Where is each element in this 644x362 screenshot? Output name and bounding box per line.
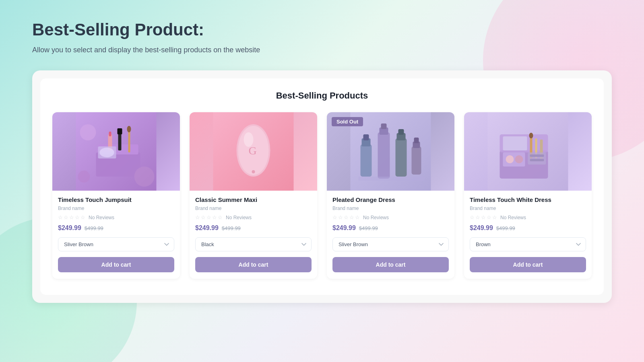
product-info-2: Classic Summer Maxi Brand name ☆ ☆ ☆ ☆ ☆…: [190, 191, 317, 279]
product-price-4: $249.99 $499.99: [470, 224, 586, 232]
svg-rect-29: [398, 129, 404, 135]
widget-container: Best-Selling Products: [32, 70, 612, 303]
star-2-1: ☆: [195, 214, 200, 220]
svg-rect-26: [381, 123, 387, 129]
sold-out-badge: Sold Out: [332, 117, 363, 126]
star-2-3: ☆: [206, 214, 211, 220]
variant-select-2[interactable]: Brown Sliver Black Sliver Brown: [195, 237, 312, 251]
widget-inner: Best-Selling Products: [40, 78, 604, 295]
star-4-5: ☆: [492, 214, 497, 220]
section-title: Best-Selling Products: [52, 90, 592, 101]
svg-point-13: [78, 171, 90, 183]
svg-rect-7: [128, 130, 130, 152]
svg-point-19: [252, 170, 255, 173]
star-3-3: ☆: [344, 214, 349, 220]
stars-2: ☆ ☆ ☆ ☆ ☆: [195, 214, 223, 220]
product-brand-3: Brand name: [332, 206, 449, 211]
product-price-1: $249.99 $499.99: [58, 224, 174, 232]
svg-rect-6: [118, 128, 122, 134]
svg-rect-33: [359, 177, 425, 181]
product-reviews-2: ☆ ☆ ☆ ☆ ☆ No Reviews: [195, 214, 312, 220]
review-text-4: No Reviews: [500, 215, 526, 220]
variant-select-1[interactable]: Brown Sliver Sliver Brown Black: [58, 237, 174, 251]
svg-rect-30: [412, 146, 421, 175]
price-original-1: $499.99: [85, 225, 103, 231]
product-card-1: Timeless Touch Jumpsuit Brand name ☆ ☆ ☆…: [52, 112, 180, 279]
svg-point-10: [100, 148, 114, 157]
product-reviews-3: ☆ ☆ ☆ ☆ ☆ No Reviews: [332, 214, 449, 220]
svg-rect-45: [528, 152, 546, 165]
svg-rect-4: [109, 132, 111, 136]
product-image-2: G: [190, 112, 317, 191]
product-name-2: Classic Summer Maxi: [195, 196, 312, 203]
star-3-5: ☆: [355, 214, 360, 220]
price-current-2: $249.99: [195, 224, 219, 232]
price-original-4: $499.99: [496, 225, 515, 231]
page-content: Best-Selling Product: Allow you to selec…: [0, 0, 644, 315]
product-name-1: Timeless Touch Jumpsuit: [58, 196, 174, 203]
review-text-1: No Reviews: [89, 215, 114, 220]
stars-4: ☆ ☆ ☆ ☆ ☆: [470, 214, 497, 220]
star-1-4: ☆: [75, 214, 80, 220]
add-to-cart-button-3[interactable]: Add to cart: [332, 257, 449, 272]
product-price-2: $249.99 $499.99: [195, 224, 312, 232]
page-title: Best-Selling Product:: [32, 20, 612, 39]
product-name-4: Timeless Touch White Dress: [470, 196, 586, 203]
star-1-3: ☆: [69, 214, 74, 220]
star-2-5: ☆: [218, 214, 223, 220]
variant-select-4[interactable]: Brown Sliver Black Sliver Brown Brown: [470, 237, 586, 251]
star-4-3: ☆: [481, 214, 486, 220]
product-reviews-4: ☆ ☆ ☆ ☆ ☆ No Reviews: [470, 214, 586, 220]
product-card-4: Timeless Touch White Dress Brand name ☆ …: [464, 112, 592, 279]
product-name-3: Pleated Orange Dress: [332, 196, 449, 203]
svg-point-40: [515, 155, 523, 163]
add-to-cart-button-1[interactable]: Add to cart: [58, 257, 174, 272]
svg-rect-32: [414, 138, 419, 143]
products-grid: Timeless Touch Jumpsuit Brand name ☆ ☆ ☆…: [52, 112, 592, 279]
star-4-4: ☆: [487, 214, 491, 220]
price-original-2: $499.99: [222, 225, 241, 231]
star-4-1: ☆: [470, 214, 475, 220]
product-image-1: [52, 112, 180, 191]
product-image-3: Sold Out: [327, 112, 454, 191]
svg-point-11: [80, 124, 96, 140]
star-2-4: ☆: [212, 214, 217, 220]
svg-rect-27: [396, 138, 407, 177]
star-1-2: ☆: [64, 214, 68, 220]
star-3-4: ☆: [349, 214, 354, 220]
star-1-5: ☆: [80, 214, 85, 220]
svg-text:G: G: [249, 144, 257, 157]
price-original-3: $499.99: [359, 225, 378, 231]
price-current-4: $249.99: [470, 224, 493, 232]
star-2-2: ☆: [201, 214, 206, 220]
stars-1: ☆ ☆ ☆ ☆ ☆: [58, 214, 85, 220]
svg-rect-47: [530, 159, 544, 161]
svg-rect-23: [363, 134, 369, 140]
product-card-3: Sold Out Pleated Orange Dress Brand name…: [327, 112, 454, 279]
product-card-2: G Classic Summer Maxi Brand name ☆ ☆: [190, 112, 317, 279]
star-1-1: ☆: [58, 214, 63, 220]
review-text-2: No Reviews: [226, 215, 252, 220]
product-info-1: Timeless Touch Jumpsuit Brand name ☆ ☆ ☆…: [52, 191, 180, 279]
svg-rect-37: [503, 136, 527, 150]
page-subtitle: Allow you to select and display the best…: [32, 46, 612, 54]
variant-select-3[interactable]: Brown Sliver Black Sliver Brown: [332, 237, 449, 251]
review-text-3: No Reviews: [363, 215, 389, 220]
price-current-3: $249.99: [332, 224, 356, 232]
star-3-1: ☆: [332, 214, 337, 220]
svg-point-42: [529, 133, 533, 138]
star-3-2: ☆: [338, 214, 343, 220]
svg-rect-21: [361, 144, 372, 177]
product-reviews-1: ☆ ☆ ☆ ☆ ☆ No Reviews: [58, 214, 174, 220]
product-price-3: $249.99 $499.99: [332, 224, 449, 232]
svg-rect-5: [118, 132, 122, 150]
svg-rect-24: [378, 132, 390, 179]
add-to-cart-button-4[interactable]: Add to cart: [470, 257, 586, 272]
product-info-3: Pleated Orange Dress Brand name ☆ ☆ ☆ ☆ …: [327, 191, 454, 279]
product-image-4: [464, 112, 592, 191]
svg-rect-46: [530, 154, 544, 157]
add-to-cart-button-2[interactable]: Add to cart: [195, 257, 312, 272]
product-info-4: Timeless Touch White Dress Brand name ☆ …: [464, 191, 592, 279]
stars-3: ☆ ☆ ☆ ☆ ☆: [332, 214, 360, 220]
svg-point-39: [506, 155, 514, 163]
